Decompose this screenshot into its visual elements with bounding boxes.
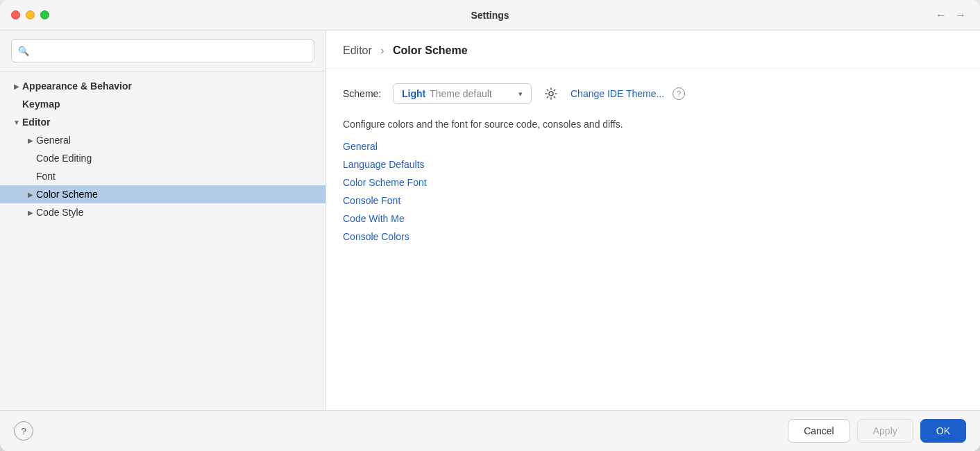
- apply-button[interactable]: Apply: [857, 419, 913, 443]
- minimize-button[interactable]: [26, 10, 35, 19]
- change-ide-theme-link[interactable]: Change IDE Theme...: [571, 88, 664, 99]
- gear-button[interactable]: [540, 83, 562, 105]
- sidebar-item-label: Font: [36, 171, 56, 182]
- gear-icon: [545, 87, 557, 100]
- title-bar: Settings ← →: [0, 0, 980, 31]
- general-link[interactable]: General: [343, 141, 963, 152]
- breadcrumb-current: Color Scheme: [393, 44, 468, 56]
- sidebar-item-code-editing[interactable]: Code Editing: [0, 149, 326, 167]
- main-body: Scheme: Light Theme default ▾ Change IDE…: [326, 69, 980, 410]
- scheme-label: Scheme:: [343, 88, 385, 99]
- sidebar-item-editor[interactable]: ▼ Editor: [0, 113, 326, 131]
- breadcrumb-parent: Editor: [343, 44, 372, 56]
- chevron-right-icon: ▶: [25, 209, 36, 216]
- window-title: Settings: [471, 10, 509, 21]
- footer: ? Cancel Apply OK: [0, 410, 980, 451]
- dropdown-arrow-icon: ▾: [518, 90, 523, 99]
- main-header: Editor › Color Scheme: [326, 31, 980, 69]
- search-container: 🔍: [0, 31, 326, 71]
- footer-left: ?: [14, 421, 33, 441]
- sub-links-list: General Language Defaults Color Scheme F…: [343, 141, 963, 242]
- help-footer-button[interactable]: ?: [14, 421, 33, 441]
- breadcrumb: Editor › Color Scheme: [343, 44, 963, 57]
- content-area: 🔍 ▶ Appearance & Behavior Keymap ▼ Edito…: [0, 31, 980, 410]
- forward-arrow[interactable]: →: [955, 9, 966, 22]
- chevron-right-icon: ▶: [11, 83, 22, 90]
- sidebar: 🔍 ▶ Appearance & Behavior Keymap ▼ Edito…: [0, 31, 326, 410]
- sidebar-item-code-style[interactable]: ▶ Code Style: [0, 203, 326, 221]
- console-colors-link[interactable]: Console Colors: [343, 231, 963, 242]
- ok-button[interactable]: OK: [920, 419, 966, 443]
- search-icon: 🔍: [18, 46, 29, 56]
- scheme-light-bold: Light: [402, 88, 425, 99]
- configure-description: Configure colors and the font for source…: [343, 119, 963, 130]
- settings-window: Settings ← → 🔍 ▶ Appearance & Behavior: [0, 0, 980, 451]
- console-font-link[interactable]: Console Font: [343, 195, 963, 206]
- breadcrumb-separator: ›: [380, 44, 384, 56]
- maximize-button[interactable]: [40, 10, 49, 19]
- traffic-lights: [11, 10, 49, 19]
- main-panel: Editor › Color Scheme Scheme: Light Them…: [326, 31, 980, 410]
- sidebar-item-label: Code Editing: [36, 153, 92, 164]
- sidebar-item-general[interactable]: ▶ General: [0, 131, 326, 149]
- sidebar-item-label: General: [36, 135, 71, 146]
- back-arrow[interactable]: ←: [936, 9, 947, 22]
- help-icon-circle[interactable]: ?: [673, 87, 685, 100]
- tree-list: ▶ Appearance & Behavior Keymap ▼ Editor …: [0, 71, 326, 410]
- chevron-right-icon: ▶: [25, 137, 36, 144]
- sidebar-item-label: Editor: [22, 117, 50, 128]
- search-wrapper: 🔍: [11, 39, 314, 62]
- language-defaults-link[interactable]: Language Defaults: [343, 159, 963, 170]
- sidebar-item-label: Code Style: [36, 207, 83, 218]
- sidebar-item-keymap[interactable]: Keymap: [0, 95, 326, 113]
- chevron-down-icon: ▼: [11, 119, 22, 126]
- sidebar-item-label: Keymap: [22, 99, 60, 110]
- sidebar-item-appearance[interactable]: ▶ Appearance & Behavior: [0, 77, 326, 95]
- scheme-light-rest: Theme default: [430, 88, 492, 99]
- cancel-button[interactable]: Cancel: [788, 419, 850, 443]
- sidebar-item-font[interactable]: Font: [0, 167, 326, 185]
- chevron-right-icon: ▶: [25, 191, 36, 198]
- sidebar-item-color-scheme[interactable]: ▶ Color Scheme: [0, 185, 326, 203]
- help-footer-label: ?: [21, 426, 26, 436]
- search-input[interactable]: [11, 39, 314, 62]
- close-button[interactable]: [11, 10, 20, 19]
- sidebar-item-label: Color Scheme: [36, 189, 98, 200]
- code-with-me-link[interactable]: Code With Me: [343, 213, 963, 224]
- nav-arrows: ← →: [936, 9, 966, 22]
- svg-point-0: [549, 92, 553, 96]
- sidebar-item-label: Appearance & Behavior: [22, 80, 132, 92]
- color-scheme-font-link[interactable]: Color Scheme Font: [343, 177, 963, 188]
- scheme-row: Scheme: Light Theme default ▾ Change IDE…: [343, 83, 963, 105]
- scheme-dropdown[interactable]: Light Theme default ▾: [393, 83, 532, 104]
